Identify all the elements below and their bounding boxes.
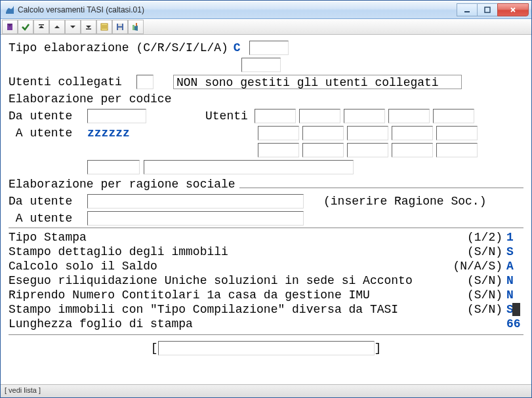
bottom-bracket-left: [: [151, 342, 158, 355]
confirm-button[interactable]: [18, 20, 33, 34]
svg-rect-12: [133, 25, 134, 30]
utente-cell[interactable]: [302, 143, 344, 157]
separator: [9, 228, 523, 228]
utente-cell[interactable]: [392, 126, 433, 140]
tipo-elaborazione-value[interactable]: C: [234, 41, 244, 54]
statusbar: [ vedi lista ]: [1, 384, 531, 397]
option-label: Calcolo solo il Saldo: [9, 260, 453, 273]
minimize-button[interactable]: [457, 3, 478, 16]
last-button[interactable]: [81, 20, 96, 34]
option-label: Eseguo riliquidazione Uniche soluzioni i…: [9, 274, 467, 287]
option-value[interactable]: A: [506, 260, 523, 273]
svg-rect-1: [485, 7, 490, 12]
option-row: Calcolo solo il Saldo(N/A/S)A: [9, 260, 523, 273]
utenti-collegati-label: Utenti collegati: [9, 75, 136, 89]
option-row: Stampo dettaglio degli immobili(S/N)S: [9, 245, 523, 258]
utenti-row-3: [258, 143, 523, 157]
elab-codice-label: Elaborazione per codice: [9, 92, 171, 106]
extra-field-1[interactable]: [241, 58, 281, 72]
a-utente-ragione-label: A utente: [9, 212, 87, 225]
window-controls: [457, 3, 529, 16]
da-utente-codice-input[interactable]: [87, 109, 146, 123]
utente-cell[interactable]: [436, 143, 478, 157]
option-label: Lunghezza foglio di stampa: [9, 317, 502, 330]
option-hint: (1/2): [467, 231, 502, 244]
option-hint: (S/N): [467, 303, 502, 316]
options-block: Tipo Stampa(1/2)1Stampo dettaglio degli …: [9, 231, 523, 330]
ragione-hint: (inserire Ragione Soc.): [323, 195, 486, 208]
utente-cell[interactable]: [258, 126, 299, 140]
help-button[interactable]: [2, 20, 18, 34]
exit-button[interactable]: [128, 20, 144, 34]
text-cursor: [512, 303, 520, 316]
utenti-row-2: [258, 126, 523, 140]
option-hint: (S/N): [467, 289, 502, 302]
utente-cell[interactable]: [388, 109, 430, 123]
utenti-collegati-msg: NON sono gestiti gli utenti collegati: [173, 75, 462, 89]
window: Calcolo versamenti TASI (caltasi.01) Tip…: [0, 0, 532, 398]
window-title: Calcolo versamenti TASI (caltasi.01): [18, 5, 457, 14]
utente-cell[interactable]: [344, 109, 385, 123]
list-button[interactable]: [96, 20, 112, 34]
da-utente-ragione-input[interactable]: [87, 194, 304, 209]
utente-cell[interactable]: [302, 126, 344, 140]
utenti-label: Utenti: [205, 109, 248, 123]
utente-cell[interactable]: [299, 109, 340, 123]
utenti-row-1: [255, 109, 520, 123]
a-utente-codice-value[interactable]: zzzzzz: [87, 127, 146, 140]
tipo-elaborazione-label: Tipo elaborazione (C/R/S/I/L/A): [9, 41, 228, 54]
tipo-elaborazione-extra[interactable]: [249, 41, 289, 55]
utente-cell[interactable]: [433, 109, 474, 123]
a-utente-codice-label: A utente: [9, 127, 87, 140]
option-value[interactable]: S: [506, 303, 523, 316]
down-button[interactable]: [65, 20, 81, 34]
app-icon: [5, 5, 15, 15]
option-row: Tipo Stampa(1/2)1: [9, 231, 523, 244]
option-value[interactable]: 1: [506, 231, 523, 244]
option-row: Stampo immobili con "Tipo Compilazione" …: [9, 303, 523, 316]
utenti-collegati-value[interactable]: [136, 75, 153, 89]
extra-code-2[interactable]: [144, 160, 354, 174]
utente-cell[interactable]: [255, 109, 296, 123]
extra-code-1[interactable]: [87, 160, 140, 174]
first-button[interactable]: [33, 20, 49, 34]
utente-cell[interactable]: [347, 143, 388, 157]
option-label: Stampo immobili con "Tipo Compilazione" …: [9, 303, 467, 316]
titlebar: Calcolo versamenti TASI (caltasi.01): [1, 1, 531, 19]
utente-cell[interactable]: [392, 143, 433, 157]
bottom-bracket-right: ]: [375, 342, 382, 355]
utente-cell[interactable]: [258, 143, 299, 157]
svg-rect-10: [118, 28, 122, 30]
svg-rect-3: [86, 28, 91, 30]
option-row: Eseguo riliquidazione Uniche soluzioni i…: [9, 274, 523, 287]
svg-rect-0: [464, 11, 470, 12]
status-text: [ vedi lista ]: [5, 386, 41, 394]
option-label: Riprendo Numero Contitolari 1a casa da g…: [9, 289, 467, 302]
save-button[interactable]: [112, 20, 128, 34]
option-hint: (S/N): [467, 274, 502, 287]
utente-cell[interactable]: [347, 126, 388, 140]
elab-ragione-label: Elaborazione per ragione sociale: [9, 178, 235, 191]
a-utente-ragione-input[interactable]: [87, 211, 304, 226]
option-row: Lunghezza foglio di stampa66: [9, 317, 523, 330]
option-value[interactable]: 66: [506, 317, 523, 330]
svg-rect-2: [39, 24, 44, 26]
svg-rect-9: [118, 24, 122, 26]
form-content: Tipo elaborazione (C/R/S/I/L/A) C Utenti…: [1, 35, 531, 384]
option-hint: (S/N): [467, 245, 502, 258]
option-value[interactable]: S: [506, 245, 523, 258]
option-label: Tipo Stampa: [9, 231, 467, 244]
separator: [9, 334, 523, 335]
utente-cell[interactable]: [436, 126, 478, 140]
up-button[interactable]: [49, 20, 65, 34]
bottom-input[interactable]: [158, 341, 375, 355]
option-value[interactable]: N: [506, 289, 523, 302]
da-utente-ragione-label: Da utente: [9, 195, 87, 208]
maximize-button[interactable]: [477, 3, 498, 16]
close-button[interactable]: [497, 3, 529, 16]
option-row: Riprendo Numero Contitolari 1a casa da g…: [9, 289, 523, 302]
toolbar: [1, 19, 531, 35]
option-label: Stampo dettaglio degli immobili: [9, 245, 467, 258]
option-value[interactable]: N: [506, 274, 523, 287]
option-hint: (N/A/S): [453, 260, 502, 273]
